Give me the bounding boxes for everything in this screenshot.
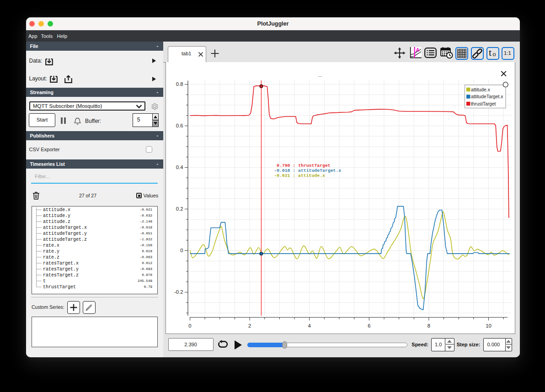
svg-text:0.4: 0.4 (176, 164, 183, 170)
svg-text:...: ... (318, 72, 322, 78)
svg-text:-0.021 : attitude.x: -0.021 : attitude.x (274, 173, 325, 178)
svg-text:-0.018 : attitudeTarget.x: -0.018 : attitudeTarget.x (274, 168, 341, 173)
svg-text:2: 2 (248, 323, 251, 328)
svg-text:A: A (416, 47, 420, 53)
svg-text:6: 6 (368, 323, 370, 328)
svg-text:thrustTarget: thrustTarget (471, 101, 496, 106)
svg-text:0: 0 (180, 248, 183, 253)
svg-text:0.2: 0.2 (176, 206, 183, 212)
svg-text:4: 4 (308, 323, 310, 328)
svg-text:0.8: 0.8 (176, 81, 183, 87)
svg-text:0.6: 0.6 (176, 123, 183, 128)
svg-text:-0.2: -0.2 (174, 289, 183, 295)
svg-text:10: 10 (486, 323, 492, 328)
svg-text:attitudeTarget.x: attitudeTarget.x (471, 94, 503, 99)
svg-text:0: 0 (188, 323, 191, 328)
svg-text:0.790 : thrustTarget: 0.790 : thrustTarget (277, 163, 331, 168)
svg-text:attitude.x: attitude.x (471, 87, 491, 92)
svg-text:8: 8 (427, 323, 430, 328)
